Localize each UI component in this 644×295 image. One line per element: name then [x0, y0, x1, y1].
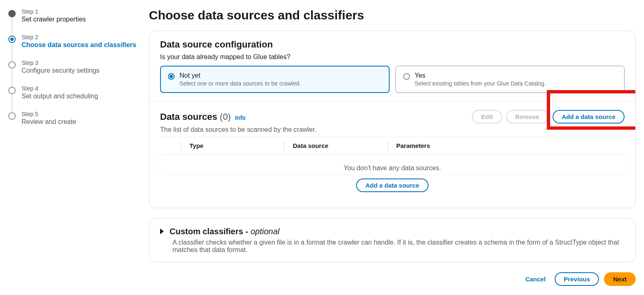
step-label: Configure security settings	[22, 67, 100, 74]
radio-selected-icon	[168, 73, 175, 80]
info-link[interactable]: Info	[235, 114, 246, 121]
step-circle-icon	[8, 61, 16, 69]
data-sources-desc: The list of data sources to be scanned b…	[160, 126, 625, 133]
step-number: Step 2	[22, 34, 136, 40]
step-2[interactable]: Step 2 Choose data sources and classifie…	[8, 34, 141, 59]
data-source-config-panel: Data source configuration Is your data a…	[149, 31, 636, 208]
custom-classifiers-panel: Custom classifiers - optional A classifi…	[149, 218, 636, 262]
radio-yes[interactable]: Yes Select existing tables from your Glu…	[395, 66, 625, 93]
step-circle-icon	[8, 112, 16, 120]
classifiers-title: Custom classifiers -	[170, 227, 248, 236]
data-sources-title: Data sources (0)	[160, 112, 231, 122]
step-circle-completed-icon	[8, 10, 16, 17]
empty-add-data-source-button[interactable]: Add a data source	[356, 178, 428, 192]
edit-button[interactable]: Edit	[472, 110, 502, 124]
step-circle-active-icon	[8, 36, 16, 43]
wizard-stepper: Step 1 Set crawler properties Step 2 Cho…	[8, 8, 149, 286]
step-number: Step 1	[22, 8, 86, 15]
config-title: Data source configuration	[160, 39, 625, 50]
remove-button[interactable]: Remove	[506, 110, 548, 124]
radio-desc: Select existing tables from your Glue Da…	[415, 80, 546, 87]
add-data-source-button[interactable]: Add a data source	[553, 110, 625, 124]
data-sources-table-header: Type Data source Parameters	[160, 137, 625, 155]
radio-label: Yes	[415, 72, 546, 79]
main-content: Choose data sources and classifiers Data…	[149, 8, 636, 286]
step-label: Set crawler properties	[22, 16, 86, 23]
column-data-source: Data source	[284, 140, 388, 151]
empty-state-text: You don't have any data sources.	[160, 155, 625, 174]
data-sources-count: (0)	[220, 112, 231, 122]
step-5[interactable]: Step 5 Review and create	[8, 111, 141, 126]
radio-not-yet[interactable]: Not yet Select one or more data sources …	[160, 66, 390, 93]
caret-right-icon	[160, 228, 164, 234]
config-question: Is your data already mapped to Glue tabl…	[160, 53, 625, 61]
radio-label: Not yet	[180, 72, 301, 79]
cancel-button[interactable]: Cancel	[521, 272, 550, 286]
step-label: Review and create	[22, 118, 77, 126]
column-checkbox	[160, 140, 181, 151]
step-number: Step 4	[22, 85, 98, 92]
column-parameters: Parameters	[388, 140, 625, 151]
radio-desc: Select one or more data sources to be cr…	[180, 80, 301, 87]
classifiers-toggle[interactable]: Custom classifiers - optional	[160, 227, 625, 236]
step-label: Choose data sources and classifiers	[22, 41, 136, 49]
previous-button[interactable]: Previous	[555, 272, 599, 286]
step-circle-icon	[8, 87, 16, 94]
next-button[interactable]: Next	[604, 272, 636, 286]
optional-label: optional	[251, 227, 280, 236]
step-label: Set output and scheduling	[22, 93, 98, 100]
step-1[interactable]: Step 1 Set crawler properties	[8, 8, 141, 34]
classifiers-desc: A classifier checks whether a given file…	[172, 239, 625, 254]
page-title: Choose data sources and classifiers	[149, 8, 636, 22]
step-4[interactable]: Step 4 Set output and scheduling	[8, 85, 141, 111]
wizard-footer: Cancel Previous Next	[149, 272, 636, 286]
column-type: Type	[181, 140, 284, 151]
step-number: Step 5	[22, 111, 77, 117]
step-3[interactable]: Step 3 Configure security settings	[8, 59, 141, 85]
radio-unselected-icon	[403, 73, 410, 80]
step-number: Step 3	[22, 59, 100, 66]
